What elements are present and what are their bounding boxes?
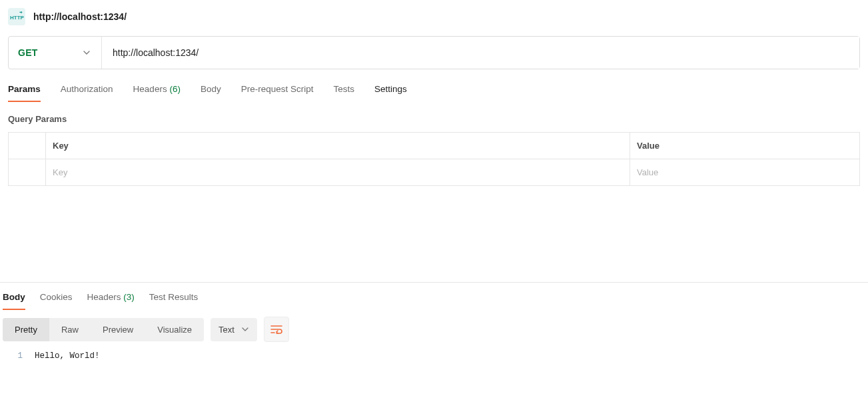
view-raw-button[interactable]: Raw	[49, 318, 91, 341]
response-tab-body[interactable]: Body	[3, 292, 25, 310]
word-wrap-icon	[270, 325, 282, 334]
response-lang-label: Text	[218, 325, 234, 335]
tab-body[interactable]: Body	[201, 84, 221, 102]
http-method-icon: HTTP	[8, 8, 25, 25]
query-params-checkbox-cell[interactable]	[9, 159, 46, 185]
query-params-value-header: Value	[630, 133, 859, 159]
tab-prerequest[interactable]: Pre-request Script	[241, 84, 314, 102]
url-input[interactable]	[102, 37, 859, 69]
chevron-down-icon	[241, 325, 249, 333]
word-wrap-button[interactable]	[264, 317, 289, 342]
response-body-line: Hello, World!	[35, 351, 100, 361]
tab-headers-count-value: (6)	[169, 84, 181, 94]
url-bar: GET	[8, 36, 860, 69]
tab-headers-label: Headers	[133, 84, 167, 94]
view-pretty-button[interactable]: Pretty	[3, 318, 49, 341]
response-tabs: Body Cookies Headers (3) Test Results	[0, 283, 868, 310]
query-param-key-input[interactable]	[53, 167, 623, 177]
response-toolbar: Pretty Raw Preview Visualize Text	[0, 310, 868, 342]
chevron-down-icon	[83, 49, 91, 57]
tab-authorization[interactable]: Authorization	[61, 84, 113, 102]
tab-tests[interactable]: Tests	[333, 84, 354, 102]
request-title: http://localhost:1234/	[33, 11, 127, 22]
view-preview-button[interactable]: Preview	[91, 318, 145, 341]
response-view-segment: Pretty Raw Preview Visualize	[3, 318, 204, 341]
line-number: 1	[3, 351, 35, 361]
method-select[interactable]: GET	[9, 37, 102, 69]
tab-params[interactable]: Params	[8, 84, 41, 102]
query-params-input-row	[9, 159, 859, 185]
tab-headers[interactable]: Headers (6)	[133, 84, 181, 102]
method-label: GET	[18, 47, 38, 58]
tab-settings[interactable]: Settings	[374, 84, 407, 102]
query-params-label: Query Params	[0, 102, 868, 132]
view-visualize-button[interactable]: Visualize	[145, 318, 204, 341]
response-tab-headers[interactable]: Headers (3)	[87, 292, 135, 310]
query-params-table: Key Value	[8, 132, 860, 186]
response-tab-test-results[interactable]: Test Results	[149, 292, 199, 310]
query-params-checkbox-header	[9, 133, 46, 159]
response-tab-headers-label: Headers	[87, 292, 121, 302]
svg-text:HTTP: HTTP	[10, 15, 24, 21]
response-tab-headers-count: (3)	[123, 292, 135, 302]
response-body[interactable]: 1 Hello, World!	[0, 342, 868, 361]
query-params-key-header: Key	[46, 133, 630, 159]
query-params-header-row: Key Value	[9, 133, 859, 159]
query-param-value-input[interactable]	[637, 167, 853, 177]
request-tabs: Params Authorization Headers (6) Body Pr…	[0, 69, 868, 102]
response-tab-cookies[interactable]: Cookies	[40, 292, 73, 310]
response-lang-select[interactable]: Text	[211, 318, 257, 341]
